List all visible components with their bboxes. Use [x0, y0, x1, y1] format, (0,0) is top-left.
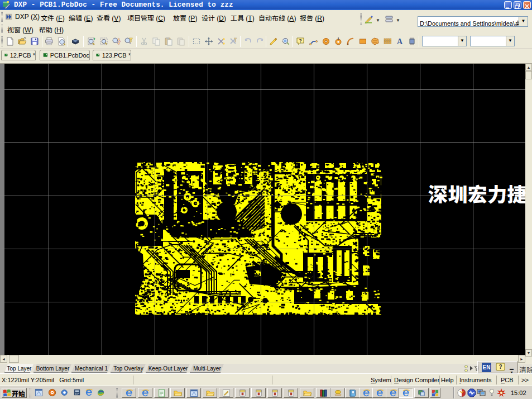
svg-text:A: A: [397, 37, 403, 46]
svg-text:?: ?: [299, 38, 302, 44]
svg-text:?: ?: [499, 364, 502, 370]
